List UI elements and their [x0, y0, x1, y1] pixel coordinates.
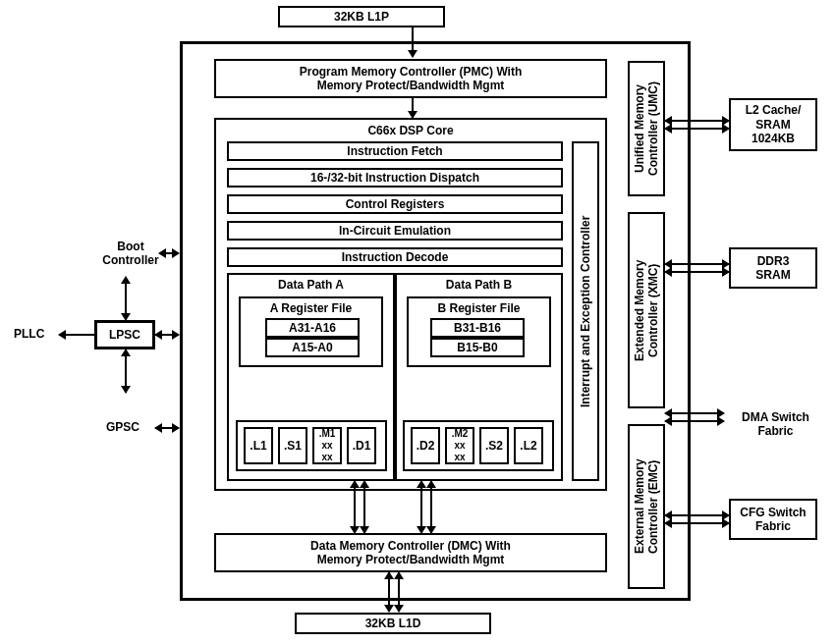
reg-a-lo: A15-A0	[265, 338, 360, 357]
arrow-umc-l2	[665, 120, 729, 130]
gpsc-label: GPSC	[106, 420, 139, 434]
dma-label: DMA Switch Fabric	[729, 410, 822, 438]
l2-block: L2 Cache/ SRAM 1024KB	[729, 98, 817, 151]
fu-d1-label: .D1	[353, 439, 371, 453]
emc-block: External Memory Controller (EMC)	[628, 424, 665, 589]
pipe-decode-label: Instruction Decode	[342, 250, 449, 264]
lpsc-block: LPSC	[94, 320, 155, 349]
cfg-block: CFG Switch Fabric	[729, 499, 817, 540]
reg-a-hi-label: A31-A16	[289, 321, 336, 335]
umc-block: Unified Memory Controller (UMC)	[628, 61, 665, 196]
reg-b-lo-label: B15-B0	[457, 341, 497, 354]
arrow-lpsc-right	[155, 334, 179, 336]
fu-d1: .D1	[347, 427, 376, 464]
fu-m2-label: .M2 xx xx	[452, 428, 469, 463]
fu-m2: .M2 xx xx	[445, 427, 474, 464]
fu-d2: .D2	[411, 427, 440, 464]
fu-d2-label: .D2	[417, 439, 435, 453]
arrow-dmc-l1d	[388, 572, 400, 612]
pipe-ice: In-Circuit Emulation	[227, 221, 563, 241]
xmc-label: Extended Memory Controller (XMC)	[633, 259, 660, 360]
arrow-xmc-ddr	[665, 263, 729, 273]
pipe-ctrl-label: Control Registers	[346, 197, 445, 211]
fu-s1: .S1	[278, 427, 307, 464]
boot-label: Boot Controller	[94, 240, 167, 267]
fu-s2-label: .S2	[485, 439, 503, 453]
reg-a-lo-label: A15-A0	[292, 341, 332, 354]
arrow-lpsc-up	[125, 277, 127, 320]
fu-l1: .L1	[244, 427, 273, 464]
pipe-fetch-label: Instruction Fetch	[347, 144, 442, 158]
arrow-emc-cfg	[665, 514, 729, 524]
pmc-label: Program Memory Controller (PMC) With Mem…	[300, 65, 523, 93]
reg-a-title: A Register File	[241, 301, 381, 315]
arrow-pllc	[59, 334, 94, 336]
pllc-label: PLLC	[14, 327, 44, 341]
fu-l2-label: .L2	[520, 439, 536, 453]
dp-b-label: Data Path B	[397, 278, 561, 292]
pmc-block: Program Memory Controller (PMC) With Mem…	[214, 59, 607, 98]
dp-a-label: Data Path A	[229, 278, 393, 292]
pipe-dispatch-label: 16-/32-bit Instruction Dispatch	[310, 171, 479, 185]
dmc-block: Data Memory Controller (DMC) With Memory…	[214, 533, 607, 572]
cfg-label: CFG Switch Fabric	[740, 506, 806, 534]
pipe-decode: Instruction Decode	[227, 247, 563, 267]
fu-m1: .M1 xx xx	[312, 427, 342, 464]
fu-l2: .L2	[514, 427, 543, 464]
core-title: C66x DSP Core	[216, 124, 605, 137]
reg-b-hi-label: B31-B16	[454, 321, 501, 335]
pipe-ice-label: In-Circuit Emulation	[339, 224, 451, 238]
fu-s2: .S2	[479, 427, 509, 464]
ddr3-block: DDR3 SRAM	[729, 247, 817, 289]
reg-a-hi: A31-A16	[265, 318, 360, 338]
emc-label: External Memory Controller (EMC)	[633, 459, 660, 555]
l2-label: L2 Cache/ SRAM 1024KB	[746, 103, 802, 145]
reg-b-hi: B31-B16	[430, 318, 525, 338]
arrow-boot	[159, 252, 179, 254]
arrow-xmc-dma	[665, 412, 724, 422]
arrow-dpB-to-dmc	[420, 481, 432, 533]
umc-label: Unified Memory Controller (UMC)	[633, 81, 660, 176]
reg-b-title: B Register File	[409, 301, 549, 315]
fu-m1-label: .M1 xx xx	[319, 428, 336, 463]
xmc-block: Extended Memory Controller (XMC)	[628, 212, 665, 408]
l1d-label: 32KB L1D	[365, 617, 421, 630]
arrow-lpsc-down	[125, 349, 127, 393]
arrow-dpA-to-dmc	[354, 481, 365, 533]
pipe-fetch: Instruction Fetch	[227, 141, 563, 161]
fu-l1-label: .L1	[250, 439, 266, 453]
l1p-label: 32KB L1P	[334, 10, 389, 24]
l1d-block: 32KB L1D	[295, 613, 491, 634]
arrow-gpsc	[155, 427, 179, 429]
fu-s1-label: .S1	[284, 439, 302, 453]
arrow-pmc-down	[412, 98, 414, 118]
dmc-label: Data Memory Controller (DMC) With Memory…	[310, 539, 511, 567]
reg-b-lo: B15-B0	[430, 338, 525, 357]
l1p-block: 32KB L1P	[278, 6, 445, 27]
intc-block: Interrupt and Exception Controller	[572, 141, 599, 481]
intc-label: Interrupt and Exception Controller	[579, 215, 592, 406]
ddr3-label: DDR3 SRAM	[755, 254, 790, 283]
pipe-ctrl: Control Registers	[227, 194, 563, 214]
lpsc-label: LPSC	[109, 328, 140, 342]
pipe-dispatch: 16-/32-bit Instruction Dispatch	[227, 168, 563, 188]
